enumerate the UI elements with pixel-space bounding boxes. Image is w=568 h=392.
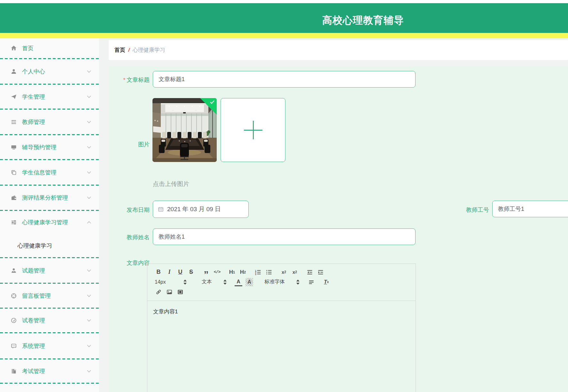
wallet-icon [11,194,18,201]
article-form: *文章标题 图片 [109,66,568,392]
toolbar-row-1: B I U S ” </> H1 H2 123 x2 x2 [155,267,416,277]
breadcrumb-home-link[interactable]: 首页 [114,46,125,54]
sidebar-item-label: 系统管理 [22,342,45,350]
indent-button[interactable] [317,268,324,276]
sidebar-item-label: 留言板管理 [22,292,51,300]
teacher-name-input[interactable] [153,228,416,245]
sidebar-item-label: 辅导预约管理 [22,143,57,151]
image-label: 图片 [109,141,150,148]
sidebar-item-assessment-analysis-mgmt[interactable]: 测评结果分析管理 [0,186,99,210]
sidebar-item-exam-paper-mgmt[interactable]: 试卷管理 [0,309,99,332]
required-asterisk: * [123,77,125,83]
strikethrough-button[interactable]: S [187,268,195,276]
select-arrows-icon [223,280,227,285]
underline-button[interactable]: U [176,268,184,276]
bold-button[interactable]: B [155,268,162,276]
publish-date-value: 2021 年 03 月 09 日 [167,205,221,213]
editor-toolbar: B I U S ” </> H1 H2 123 x2 x2 [147,264,416,301]
publish-date-label: 发布日期 [109,206,150,214]
clear-format-button[interactable]: Tx [323,278,330,286]
chevron-down-icon [87,344,91,348]
sidebar-item-student-info-mgmt[interactable]: 学生信息管理 [0,160,99,185]
image-upload-button[interactable] [221,98,285,162]
teacher-no-input[interactable] [492,201,568,217]
app-title: 高校心理教育辅导 [322,14,404,27]
page: 高校心理教育辅导 首页 个人中心 [0,0,568,392]
plus-icon [244,121,262,139]
operation-icon [11,219,18,226]
home-icon [11,45,18,52]
publish-date-picker[interactable]: 2021 年 03 月 09 日 [153,201,249,218]
sidebar-item-system-mgmt[interactable]: 系统管理 [0,333,99,358]
superscript-button[interactable]: x2 [291,268,299,276]
upload-hint-text: 点击上传图片 [153,180,189,188]
sidebar-item-home[interactable]: 首页 [0,38,99,58]
monitor-icon [11,144,18,151]
app-header: 高校心理教育辅导 [0,3,568,33]
rich-text-editor: B I U S ” </> H1 H2 123 x2 x2 [147,264,416,392]
ordered-list-button[interactable]: 123 [254,268,262,276]
user-icon [11,68,18,75]
sidebar-item-label: 教师管理 [22,118,45,126]
article-content-label: 文章内容 [109,259,150,267]
teacher-no-label: 教师工号 [448,206,489,214]
article-title-input[interactable] [153,71,416,88]
top-white-strip [0,0,568,3]
chevron-down-icon [87,319,91,322]
sidebar-subitem-mental-health-learning[interactable]: 心理健康学习 [0,234,99,257]
chevron-down-icon [87,370,91,373]
background-color-button[interactable]: A [245,278,253,286]
toolbar-row-2: 14px 文本 A A 标准字体 [155,277,416,287]
breadcrumb-current: 心理健康学习 [133,46,165,54]
heading1-button[interactable]: H1 [228,268,236,276]
code-block-button[interactable]: </> [213,268,221,276]
select-arrows-icon [183,280,187,285]
sidebar-item-label: 首页 [22,44,34,52]
sidebar-item-label: 试卷管理 [22,317,45,324]
fold-icon [11,119,18,126]
breadcrumb-separator: / [128,47,130,53]
sidebar-item-label: 心理健康学习管理 [22,219,68,226]
sidebar-item-label: 考试管理 [22,367,45,375]
chevron-down-icon [87,196,91,199]
article-title-label: *文章标题 [109,76,150,84]
paragraph-style-select[interactable]: 文本 [195,278,227,286]
link-icon[interactable] [155,288,162,296]
sidebar-item-label: 测评结果分析管理 [22,194,68,202]
italic-button[interactable]: I [166,268,173,276]
sidebar-item-personal-center[interactable]: 个人中心 [0,59,99,84]
sidebar-item-label: 试题管理 [22,267,45,274]
chevron-down-icon [87,95,91,98]
sidebar-item-mental-health-learning-mgmt[interactable]: 心理健康学习管理 [0,211,99,234]
sidebar-item-label: 学生信息管理 [22,169,57,176]
outdent-button[interactable] [306,268,314,276]
text-color-button[interactable]: A [235,278,242,286]
sidebar-item-exam-mgmt[interactable]: 考试管理 [0,359,99,383]
blockquote-button[interactable]: ” [202,268,210,276]
sidebar-item-question-mgmt[interactable]: 试题管理 [0,258,99,283]
bullet-list-button[interactable] [265,268,273,276]
insert-video-icon[interactable] [176,288,184,296]
check-icon [210,100,215,104]
chevron-down-icon [87,171,91,174]
sidebar-item-message-board-mgmt[interactable]: 留言板管理 [0,284,99,308]
editor-content-area[interactable]: 文章内容1 [147,301,416,390]
chevron-down-icon [87,294,91,297]
insert-image-icon[interactable] [166,288,173,296]
align-button[interactable] [307,278,315,286]
heading2-button[interactable]: H2 [239,268,247,276]
sidebar-item-student-mgmt[interactable]: 学生管理 [0,85,99,109]
font-family-select[interactable]: 标准字体 [261,278,300,286]
compass-icon [11,292,18,299]
toolbar-row-3 [155,287,416,297]
sidebar-item-counsel-booking-mgmt[interactable]: 辅导预约管理 [0,135,99,159]
sidebar-item-teacher-mgmt[interactable]: 教师管理 [0,110,99,134]
subscript-button[interactable]: x2 [280,268,288,276]
copy-icon [11,169,18,176]
font-size-select[interactable]: 14px [155,278,187,286]
gauge-icon [11,317,18,324]
chevron-down-icon [87,269,91,272]
chevron-down-icon [87,120,91,124]
accent-strip [0,33,568,38]
uploaded-image-thumbnail[interactable] [152,98,217,162]
